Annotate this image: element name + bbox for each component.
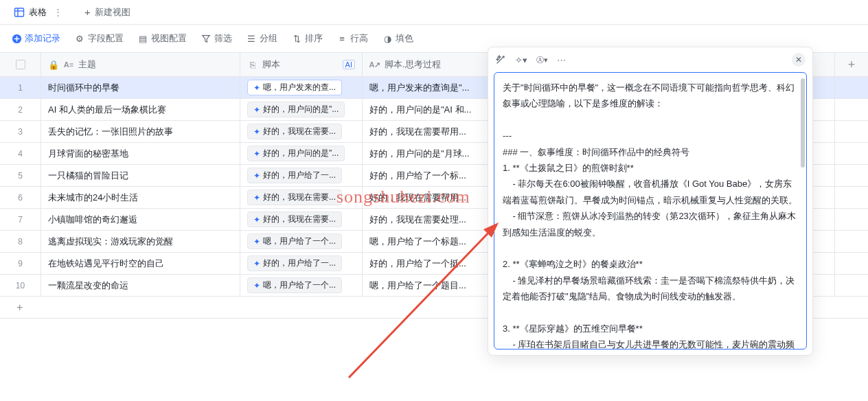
panel-toolbar: ✧▾ Ⓐ▾ ⋯ ✕	[488, 47, 812, 72]
row-index: 7	[0, 209, 41, 230]
cell-topic[interactable]: 在地铁站遇见平行时空的自己	[41, 253, 240, 274]
refresh-icon[interactable]: Ⓐ▾	[536, 54, 547, 65]
row-index: 8	[0, 231, 41, 252]
ai-chip-icon: ✦	[253, 281, 260, 290]
ai-chip-icon: ✦	[253, 237, 260, 247]
cell-script[interactable]: ✦嗯，用户发来的查...	[240, 77, 363, 98]
group-button[interactable]: ☰ 分组	[246, 32, 277, 45]
cell-script[interactable]: ✦好的，我现在需要...	[240, 121, 363, 142]
cell-script[interactable]: ✦好的，用户给了一...	[240, 253, 363, 274]
cell-topic[interactable]: 小镇咖啡馆的奇幻邂逅	[41, 209, 240, 230]
cell-topic[interactable]: 一只橘猫的冒险日记	[41, 165, 240, 186]
more-icon[interactable]: ⋯	[557, 55, 566, 65]
lookup-icon: ⎘	[247, 59, 258, 70]
cell-topic[interactable]: 丢失的记忆：一张旧照片的故事	[41, 121, 240, 142]
close-button[interactable]: ✕	[792, 53, 806, 67]
ai-badge: AI	[343, 60, 355, 69]
cell-script[interactable]: ✦好的，我现在需要...	[240, 187, 363, 208]
cell-script[interactable]: ✦好的，用户问的是"...	[240, 99, 363, 120]
text-field-icon: A≡	[63, 59, 74, 70]
select-all-checkbox[interactable]	[16, 60, 25, 69]
ai-chip-icon: ✦	[253, 83, 260, 93]
column-header-topic[interactable]: 🔒 A≡ 主题	[41, 53, 240, 76]
cell-script[interactable]: ✦好的，用户给了一...	[240, 165, 363, 186]
view-tab-grid[interactable]: 表格 ⋮	[8, 2, 68, 23]
view-tabs-bar: 表格 ⋮ + 新建视图	[0, 0, 868, 25]
filter-button[interactable]: 筛选	[201, 32, 232, 45]
svg-rect-0	[15, 8, 24, 16]
formula-icon: A↗	[369, 59, 380, 70]
cell-topic[interactable]: 一颗流星改变的命运	[41, 275, 240, 296]
gear-icon: ⚙	[74, 33, 85, 44]
lock-icon: 🔒	[48, 59, 59, 70]
layout-icon: ▤	[137, 33, 148, 44]
cell-topic[interactable]: 未来城市的24小时生活	[41, 187, 240, 208]
row-height-icon: ≡	[336, 33, 347, 44]
add-record-button[interactable]: 添加记录	[11, 32, 60, 45]
panel-content[interactable]: 关于"时间循环中的早餐"，这一概念在不同语境下可能指向哲学思考、科幻叙事或心理隐…	[494, 72, 807, 350]
ai-chip-icon: ✦	[253, 259, 260, 268]
cell-topic[interactable]: 时间循环中的早餐	[41, 77, 240, 98]
cell-topic[interactable]: AI 和人类的最后一场象棋比赛	[41, 99, 240, 120]
plus-icon: +	[84, 6, 91, 18]
grid-icon	[14, 7, 25, 18]
cell-topic[interactable]: 逃离虚拟现实：游戏玩家的觉醒	[41, 231, 240, 252]
magic-icon[interactable]	[495, 54, 506, 65]
row-index: 3	[0, 121, 41, 142]
fill-icon: ◑	[382, 33, 393, 44]
new-view-button[interactable]: + 新建视图	[79, 2, 136, 23]
ai-chip-icon: ✦	[253, 149, 260, 159]
ai-chip-icon: ✦	[253, 105, 260, 115]
row-height-button[interactable]: ≡ 行高	[336, 32, 368, 45]
more-icon[interactable]: ⋮	[54, 7, 62, 17]
ai-chip-icon: ✦	[253, 171, 260, 181]
cell-script[interactable]: ✦嗯，用户给了一个...	[240, 231, 363, 252]
fill-button[interactable]: ◑ 填色	[382, 32, 413, 45]
header-checkbox-cell[interactable]	[0, 53, 41, 76]
plus-circle-icon	[11, 33, 22, 44]
view-config-button[interactable]: ▤ 视图配置	[137, 32, 187, 45]
cell-script[interactable]: ✦嗯，用户给了一个...	[240, 275, 363, 296]
row-index: 10	[0, 275, 41, 296]
group-icon: ☰	[246, 33, 257, 44]
ai-chip-icon: ✦	[253, 215, 260, 225]
ai-detail-panel: ✧▾ Ⓐ▾ ⋯ ✕ 关于"时间循环中的早餐"，这一概念在不同语境下可能指向哲学思…	[488, 47, 813, 356]
sort-button[interactable]: ⇅ 排序	[291, 32, 323, 45]
row-index: 6	[0, 187, 41, 208]
row-index: 2	[0, 99, 41, 120]
cell-script[interactable]: ✦好的，用户问的是"...	[240, 143, 363, 164]
new-view-label: 新建视图	[95, 6, 130, 19]
ai-chip-icon: ✦	[253, 127, 260, 137]
ai-chip-icon: ✦	[253, 193, 260, 203]
row-index: 1	[0, 77, 41, 98]
filter-icon	[201, 33, 212, 44]
field-config-button[interactable]: ⚙ 字段配置	[74, 32, 124, 45]
sparkle-icon[interactable]: ✧▾	[516, 54, 527, 65]
row-index: 5	[0, 165, 41, 186]
cell-script[interactable]: ✦好的，我现在需要...	[240, 209, 363, 230]
column-header-script[interactable]: ⎘ 脚本 AI	[240, 53, 363, 76]
scrollbar-thumb[interactable]	[801, 78, 805, 168]
row-index: 9	[0, 253, 41, 274]
panel-text: 关于"时间循环中的早餐"，这一概念在不同语境下可能指向哲学思考、科幻叙事或心理隐…	[503, 80, 798, 350]
cell-topic[interactable]: 月球背面的秘密基地	[41, 143, 240, 164]
view-tab-label: 表格	[29, 6, 47, 19]
add-column-button[interactable]: +	[835, 53, 868, 76]
row-index: 4	[0, 143, 41, 164]
sort-icon: ⇅	[291, 33, 302, 44]
